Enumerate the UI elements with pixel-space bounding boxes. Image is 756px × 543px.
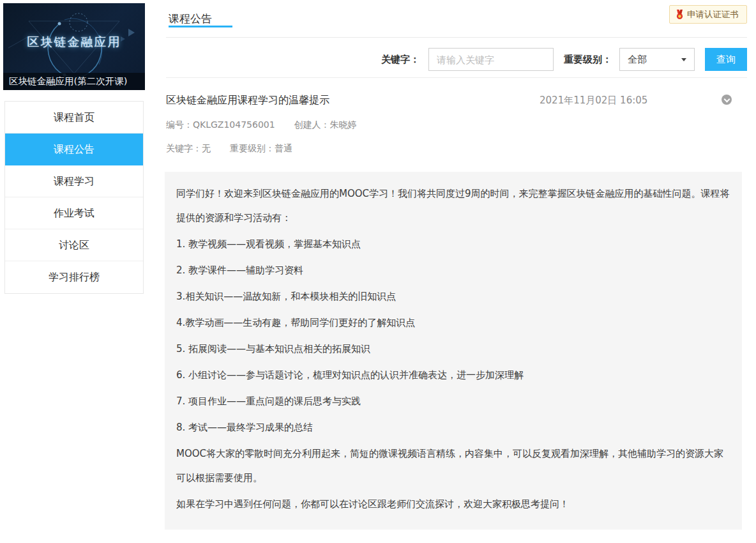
sidebar-item-leaderboard[interactable]: 学习排行榜 [5, 261, 143, 293]
number-label: 编号： [166, 119, 193, 130]
sidebar-item-course-home[interactable]: 课程首页 [5, 102, 143, 134]
tab-announcements-label: 课程公告 [169, 12, 212, 25]
chevron-down-icon [681, 58, 686, 61]
announcement-paragraph: 3.相关知识——温故知新，和本模块相关的旧知识点 [176, 284, 730, 309]
announcement-paragraph: 8. 考试——最终学习成果的总结 [176, 415, 730, 440]
medal-icon [676, 10, 684, 20]
announcement-date: 2021年11月02日 16:05 [540, 95, 647, 107]
sidebar-item-homework-exam[interactable]: 作业考试 [5, 197, 143, 229]
meta-level-label: 重要级别： [230, 143, 275, 153]
tab-announcements[interactable]: 课程公告 [169, 11, 212, 26]
announcement-meta-row2: 关键字：无重要级别：普通 [166, 143, 747, 155]
announcement-paragraph: MOOC将大家的零散时间充分利用起来，简短的微课视频语言精练，内容集中，可以反复… [176, 441, 730, 490]
course-banner: 区块链金融应用 区块链金融应用(第二次开课) [3, 3, 145, 90]
announcement-paragraph: 7. 项目作业——重点问题的课后思考与实践 [176, 389, 730, 413]
meta-keyword-label: 关键字： [166, 143, 202, 153]
announcement-creator: 朱晓婷 [330, 119, 357, 130]
announcement-paragraph: 5. 拓展阅读——与基本知识点相关的拓展知识 [176, 337, 730, 361]
collapse-announcement-icon[interactable] [722, 95, 732, 105]
tab-bar: 课程公告 申请认证证书 [166, 0, 747, 38]
creator-label: 创建人： [294, 119, 330, 130]
course-nav: 课程首页 课程公告 课程学习 作业考试 讨论区 学习排行榜 [4, 101, 144, 294]
announcement-paragraph: 1. 教学视频——观看视频，掌握基本知识点 [176, 232, 730, 256]
banner-caption: 区块链金融应用(第二次开课) [3, 73, 145, 90]
announcement-number: QKLGZ104756001 [193, 119, 275, 130]
announcement-keyword: 无 [202, 143, 211, 153]
announcement-body: 同学们好！欢迎来到区块链金融应用的MOOC学习！我们将共同度过9周的时间，来完整… [165, 172, 742, 530]
importance-level-value: 全部 [628, 54, 647, 66]
announcement-paragraph: 4.教学动画——生动有趣，帮助同学们更好的了解知识点 [176, 310, 730, 335]
sidebar-item-discussion[interactable]: 讨论区 [5, 229, 143, 261]
announcement-paragraph: 2. 教学课件——辅助学习资料 [176, 258, 730, 282]
announcement-filter-bar: 关键字： 重要级别： 全部 查询 [166, 48, 747, 71]
announcement-title: 区块链金融应用课程学习的温馨提示 [166, 94, 329, 107]
divider [166, 77, 747, 78]
importance-level-label: 重要级别： [564, 54, 612, 66]
announcement-header: 区块链金融应用课程学习的温馨提示 2021年11月02日 16:05 [166, 94, 747, 107]
announcement-meta-row1: 编号：QKLGZ104756001创建人：朱晓婷 [166, 119, 747, 131]
apply-certificate-button[interactable]: 申请认证证书 [669, 5, 747, 24]
announcement-level: 普通 [275, 143, 292, 153]
announcement-paragraph: 如果在学习中遇到任何问题，你都可以在讨论区跟老师们交流探讨，欢迎大家积极思考提问… [176, 492, 730, 516]
importance-level-select[interactable]: 全部 [619, 48, 695, 71]
announcement-paragraph: 6. 小组讨论——参与话题讨论，梳理对知识点的认识并准确表达，进一步加深理解 [176, 363, 730, 387]
sidebar-item-course-learning[interactable]: 课程学习 [5, 165, 143, 197]
sidebar-item-announcements[interactable]: 课程公告 [5, 134, 143, 165]
keyword-input[interactable] [428, 48, 554, 71]
query-button[interactable]: 查询 [705, 48, 747, 71]
apply-certificate-label: 申请认证证书 [687, 9, 739, 20]
keyword-label: 关键字： [381, 54, 420, 66]
banner-title: 区块链金融应用 [3, 34, 145, 50]
announcement-paragraph: 同学们好！欢迎来到区块链金融应用的MOOC学习！我们将共同度过9周的时间，来完整… [176, 181, 730, 230]
tab-active-underline [169, 26, 232, 27]
main-content: 课程公告 申请认证证书 关键字： 重要级别： 全部 查询 区块链金融应用课程学习… [166, 0, 747, 530]
